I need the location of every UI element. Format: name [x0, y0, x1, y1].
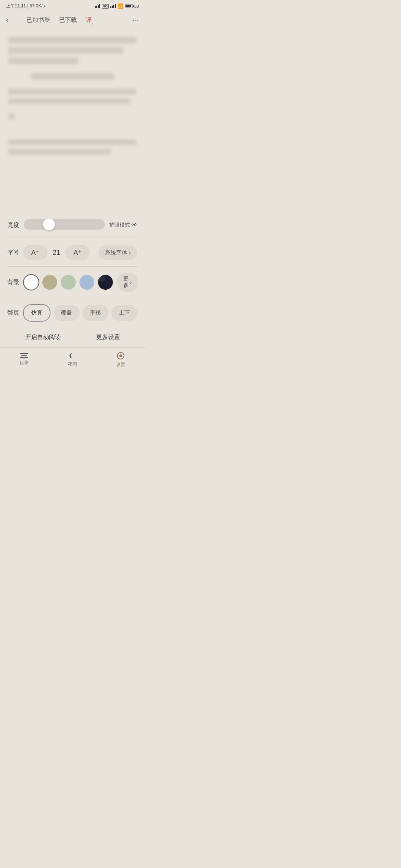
eye-icon: 👁 [131, 222, 137, 228]
blurred-line [8, 98, 130, 104]
page-turn-row: 翻页 仿真 覆盖 平移 上下 [7, 300, 137, 326]
bg-option-white[interactable] [24, 275, 39, 290]
review-button[interactable]: 评 [86, 16, 92, 24]
font-size-row: 字号 A⁻ 21 A⁺ 系统字体 › [7, 239, 137, 265]
tab-night-label: 夜间 [68, 361, 77, 368]
blurred-line [8, 47, 124, 54]
bg-option-sage[interactable] [61, 275, 76, 290]
bg-more-button[interactable]: 更多 › [117, 273, 138, 292]
divider [7, 298, 137, 298]
brightness-row: 亮度 护眼模式 👁 [7, 215, 137, 236]
blurred-line [8, 57, 79, 64]
blurred-line [8, 139, 137, 145]
svg-point-1 [120, 355, 122, 357]
page-label: 翻页 [7, 309, 19, 317]
font-family-arrow: › [129, 250, 131, 256]
bg-label: 背景 [7, 279, 19, 286]
page-cover-button[interactable]: 覆盖 [53, 305, 79, 321]
bg-option-sky[interactable] [79, 275, 94, 290]
tab-catalog-label: 目录 [20, 360, 29, 366]
more-settings-button[interactable]: 更多设置 [96, 333, 120, 341]
blurred-line [8, 113, 15, 120]
bookshelf-button[interactable]: 已加书架 [26, 16, 50, 24]
auto-read-button[interactable]: 开启自动阅读 [25, 333, 61, 341]
downloaded-button[interactable]: 已下载 [59, 16, 77, 24]
battery-icon [125, 4, 133, 8]
battery-level: 50 [134, 4, 139, 9]
settings-icon [116, 351, 125, 360]
tab-catalog[interactable]: 目录 [9, 353, 39, 366]
back-button[interactable]: ‹ [6, 14, 12, 26]
reading-content [0, 31, 145, 209]
blurred-line [31, 73, 114, 80]
bg-more-arrow: › [130, 279, 132, 285]
page-options: 仿真 覆盖 平移 上下 [23, 304, 137, 322]
hd-badge: HD [102, 4, 109, 9]
status-icons: HD 📶 50 [95, 3, 139, 9]
status-time-speed: 上午11:11 | 57.0K/s [6, 3, 45, 9]
bottom-links: 开启自动阅读 更多设置 [0, 326, 145, 347]
eye-mode-label[interactable]: 护眼模式 👁 [109, 222, 137, 228]
signal-icon [95, 4, 100, 8]
bg-options [24, 275, 113, 290]
bg-option-night[interactable] [98, 275, 113, 290]
top-nav: ‹ 已加书架 已下载 评 ··· [0, 11, 145, 31]
blurred-line [8, 37, 137, 43]
catalog-icon [20, 353, 28, 358]
page-scroll-button[interactable]: 上下 [111, 305, 137, 321]
bottom-controls: 亮度 护眼模式 👁 字号 A⁻ 21 A⁺ 系统字体 › 背景 [0, 209, 145, 326]
signal-icon-2 [110, 4, 116, 8]
status-bar: 上午11:11 | 57.0K/s HD 📶 50 [0, 0, 145, 11]
bg-option-tan[interactable] [42, 275, 57, 290]
bg-more-label: 更多 [123, 276, 128, 289]
page-slide-button[interactable]: 平移 [82, 305, 108, 321]
tab-settings-label: 设置 [116, 362, 125, 368]
background-row: 背景 更多 › [7, 268, 137, 296]
divider [7, 266, 137, 267]
nav-actions: 已加书架 已下载 评 [26, 16, 103, 24]
tab-night[interactable]: 夜间 [58, 352, 87, 368]
font-family-button[interactable]: 系统字体 › [98, 246, 137, 260]
night-icon [68, 352, 76, 360]
blurred-line [8, 149, 111, 155]
font-size-value: 21 [51, 249, 62, 257]
page-simulated-button[interactable]: 仿真 [23, 304, 50, 322]
more-button[interactable]: ··· [133, 16, 139, 24]
brightness-label: 亮度 [7, 221, 19, 229]
wifi-icon: 📶 [117, 3, 123, 9]
tab-bar: 目录 夜间 设置 [0, 347, 145, 374]
font-increase-button[interactable]: A⁺ [65, 245, 90, 260]
status-time: 上午11:11 [6, 3, 26, 9]
font-label: 字号 [7, 249, 19, 257]
tab-settings[interactable]: 设置 [106, 351, 136, 368]
blurred-line [8, 89, 137, 95]
brightness-slider[interactable] [24, 219, 105, 230]
font-family-label: 系统字体 [105, 249, 127, 256]
divider [7, 237, 137, 237]
eye-mode-text: 护眼模式 [109, 222, 130, 228]
font-decrease-button[interactable]: A⁻ [23, 245, 48, 260]
status-speed: 57.0K/s [30, 3, 45, 9]
brightness-slider-wrap [24, 219, 105, 231]
